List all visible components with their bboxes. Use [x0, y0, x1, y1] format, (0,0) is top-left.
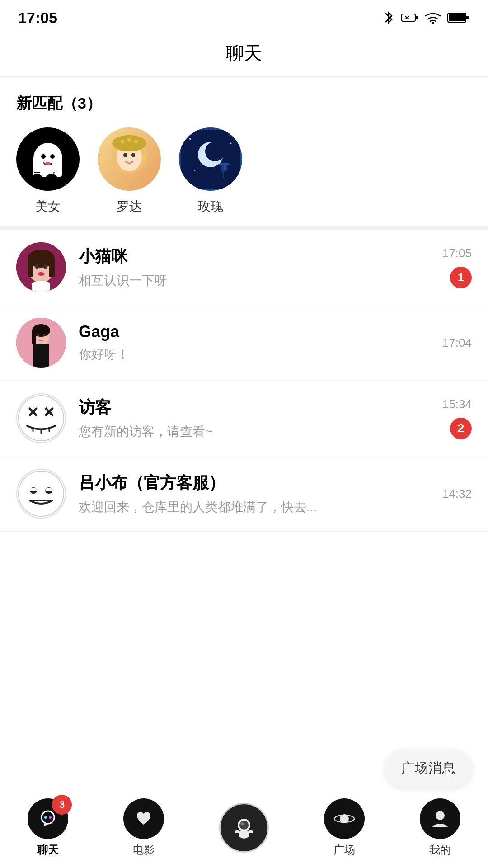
chat-name-gaga: Gaga: [79, 322, 442, 341]
nav-icon-profile-wrap: [420, 798, 460, 839]
battery-x-icon: [401, 13, 418, 23]
svg-rect-72: [249, 830, 253, 833]
chat-item-xiaomao[interactable]: 小猫咪 相互认识一下呀 17:05 1: [0, 230, 488, 305]
chat-preview-visitor: 您有新的访客，请查看~: [79, 423, 377, 440]
chat-item-visitor[interactable]: 访客 您有新的访客，请查看~ 15:34 2: [0, 381, 488, 456]
chat-item-gaga[interactable]: Gaga 你好呀！ 17:04: [0, 305, 488, 381]
chat-avatar-gaga: [16, 318, 66, 368]
chat-list: 小猫咪 相互认识一下呀 17:05 1: [0, 230, 488, 532]
chat-time-xiaomao: 17:05: [442, 246, 472, 260]
chat-time-lubu: 14:32: [442, 487, 472, 501]
chat-meta-xiaomao: 17:05 1: [442, 246, 472, 288]
svg-point-65: [42, 811, 54, 824]
chat-meta-visitor: 15:34 2: [442, 397, 472, 439]
chat-badge-visitor: 2: [450, 418, 472, 439]
chat-info-gaga: Gaga 你好呀！: [79, 322, 442, 363]
svg-point-39: [38, 272, 45, 276]
match-avatar-moon: [179, 127, 242, 191]
status-bar: 17:05: [0, 0, 488, 32]
match-name-meigui: 玫瑰: [198, 198, 223, 215]
svg-point-37: [35, 264, 39, 269]
svg-point-26: [189, 138, 191, 140]
svg-rect-30: [223, 170, 224, 178]
svg-rect-7: [466, 16, 469, 19]
svg-point-10: [41, 154, 46, 159]
match-name-luoda: 罗达: [117, 198, 142, 215]
nav-item-center[interactable]: [219, 803, 269, 853]
new-match-title: 新匹配（3）: [16, 93, 472, 114]
svg-point-20: [121, 140, 124, 143]
chat-info-visitor: 访客 您有新的访客，请查看~: [79, 396, 442, 440]
svg-point-21: [127, 138, 131, 142]
svg-rect-71: [235, 830, 239, 833]
svg-point-27: [230, 143, 232, 144]
svg-point-66: [44, 816, 47, 819]
svg-point-19: [112, 135, 146, 151]
svg-point-17: [123, 153, 127, 157]
match-name-meinu: 美女: [35, 198, 61, 215]
svg-rect-44: [32, 330, 36, 344]
new-match-section: 新匹配（3）: [0, 77, 488, 230]
svg-point-69: [239, 821, 249, 830]
svg-point-46: [37, 334, 39, 336]
chat-time-visitor: 15:34: [442, 397, 472, 411]
match-avatar-girl: [98, 127, 161, 191]
chat-avatar-visitor: [16, 393, 66, 443]
nav-item-chat[interactable]: 3 聊天: [28, 798, 68, 857]
svg-point-47: [43, 334, 46, 336]
status-icons: [382, 10, 470, 25]
chat-time-gaga: 17:04: [442, 336, 472, 350]
status-time: 17:05: [18, 9, 57, 27]
match-avatar-ghost: [16, 127, 80, 191]
svg-point-73: [240, 822, 244, 825]
match-item-meinu[interactable]: 美女: [16, 127, 80, 215]
svg-point-64: [45, 488, 52, 491]
nav-item-movie[interactable]: 电影: [123, 798, 164, 857]
nav-item-profile[interactable]: 我的: [420, 798, 460, 857]
nav-item-square[interactable]: 广场: [324, 798, 365, 857]
chat-item-lubu[interactable]: 吕小布（官方客服） 欢迎回来，仓库里的人类都堆满了，快去... 14:32: [0, 456, 488, 532]
bluetooth-icon: [382, 10, 395, 25]
svg-rect-6: [449, 14, 465, 21]
svg-point-60: [30, 488, 37, 491]
chat-avatar-xiaomao: [16, 242, 66, 292]
chat-info-xiaomao: 小猫咪 相互认识一下呀: [79, 245, 442, 289]
wifi-icon: [425, 11, 441, 24]
svg-point-70: [239, 830, 249, 839]
page-title: 聊天: [226, 43, 262, 63]
chat-preview-xiaomao: 相互认识一下呀: [79, 272, 377, 289]
svg-point-28: [194, 170, 196, 171]
nav-icon-movie-wrap: [123, 798, 164, 839]
match-item-luoda[interactable]: 罗达: [98, 127, 161, 215]
svg-point-67: [49, 816, 52, 819]
chat-preview-lubu: 欢迎回来，仓库里的人类都堆满了，快去...: [79, 499, 377, 516]
nav-label-chat: 聊天: [37, 843, 59, 857]
chat-preview-gaga: 你好呀！: [79, 346, 377, 363]
nav-icon-square-wrap: [324, 798, 365, 839]
svg-point-4: [432, 22, 434, 24]
svg-rect-35: [28, 259, 33, 277]
nav-icon-chat-wrap: 3: [28, 798, 68, 839]
chat-info-lubu: 吕小布（官方客服） 欢迎回来，仓库里的人类都堆满了，快去...: [79, 472, 442, 516]
svg-point-56: [19, 471, 64, 516]
chat-meta-gaga: 17:04: [442, 336, 472, 350]
svg-point-76: [436, 811, 445, 820]
nav-icon-center-wrap: [219, 803, 269, 853]
match-item-meigui[interactable]: 玫瑰: [179, 127, 242, 215]
svg-point-14: [45, 162, 51, 165]
battery-full-icon: [447, 12, 470, 24]
nav-label-square: 广场: [333, 843, 355, 857]
svg-point-38: [43, 264, 47, 269]
chat-name-visitor: 访客: [79, 396, 442, 419]
nav-badge-chat: 3: [52, 795, 72, 815]
chat-meta-lubu: 14:32: [442, 487, 472, 501]
chat-badge-xiaomao: 1: [450, 267, 472, 288]
svg-point-48: [19, 396, 64, 441]
svg-rect-36: [49, 259, 55, 277]
bottom-nav: 3 聊天 电影: [0, 796, 488, 868]
chat-name-xiaomao: 小猫咪: [79, 245, 442, 268]
nav-label-profile: 我的: [429, 843, 451, 857]
header: 聊天: [0, 32, 488, 77]
svg-rect-1: [415, 16, 418, 19]
float-button[interactable]: 广场消息: [385, 750, 472, 787]
